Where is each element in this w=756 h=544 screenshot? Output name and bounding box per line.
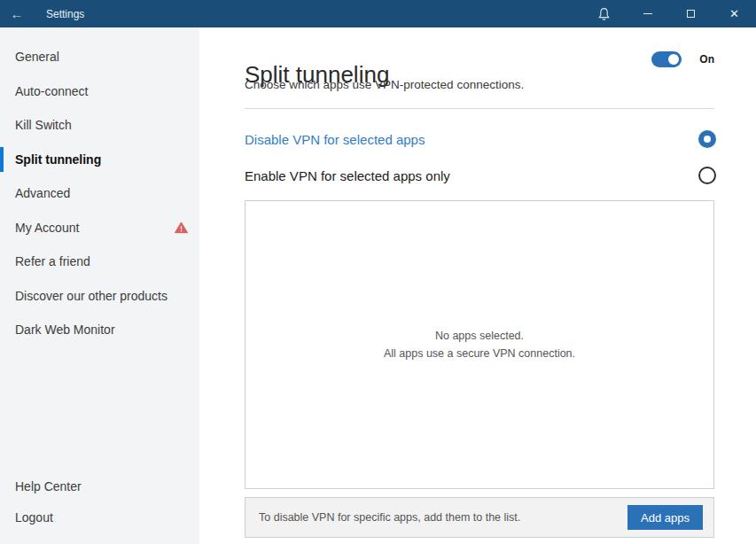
toggle-state-label: On [699,53,714,66]
back-button[interactable]: ← [0,0,34,27]
section-divider [245,108,714,109]
window-title: Settings [46,8,84,20]
close-icon: ✕ [729,8,739,19]
window-controls: ✕ [582,0,756,27]
settings-sidebar: General Auto-connect Kill Switch Split t… [0,27,199,544]
sidebar-item-my-account[interactable]: My Account [0,211,199,245]
minimize-button[interactable] [626,0,669,27]
sidebar-item-auto-connect[interactable]: Auto-connect [0,74,199,109]
option-enable-vpn[interactable]: Enable VPN for selected apps only [245,166,716,185]
maximize-button[interactable] [669,0,713,27]
sidebar-item-label: Refer a friend [15,254,90,268]
split-tunneling-toggle[interactable] [651,51,682,67]
add-apps-button[interactable]: Add apps [627,505,703,530]
sidebar-item-label: Logout [15,510,53,525]
footer-hint: To disable VPN for specific apps, add th… [259,511,520,524]
sidebar-item-advanced[interactable]: Advanced [0,176,199,211]
option-label: Enable VPN for selected apps only [245,168,450,183]
sidebar-item-refer-a-friend[interactable]: Refer a friend [0,245,199,279]
sidebar-item-dark-web-monitor[interactable]: Dark Web Monitor [0,313,199,347]
radio-selected[interactable] [698,130,716,148]
sidebar-item-label: General [15,50,59,64]
back-arrow-icon: ← [11,6,24,21]
sidebar-item-label: Auto-connect [15,84,89,98]
sidebar-item-label: Split tunneling [15,152,101,167]
option-label: Disable VPN for selected apps [245,132,425,147]
maximize-icon [687,10,695,18]
sidebar-item-label: Advanced [15,186,70,200]
apps-list-box: No apps selected. All apps use a secure … [245,200,714,489]
sidebar-item-general[interactable]: General [0,40,199,74]
split-tunneling-toggle-group: On [651,51,714,67]
bell-icon [597,7,611,21]
sidebar-item-split-tunneling[interactable]: Split tunneling [0,143,199,177]
sidebar-item-help-center[interactable]: Help Center [0,470,199,501]
warning-triangle-icon [175,221,188,233]
option-disable-vpn[interactable]: Disable VPN for selected apps [245,129,716,149]
sidebar-item-label: Help Center [15,479,82,493]
sidebar-footer: Help Center Logout [0,470,199,532]
sidebar-item-logout[interactable]: Logout [0,501,199,532]
sidebar-item-label: My Account [15,221,79,235]
sidebar-item-discover-products[interactable]: Discover our other products [0,279,199,314]
apps-footer-bar: To disable VPN for specific apps, add th… [245,497,714,538]
sidebar-item-label: Kill Switch [15,118,72,132]
empty-state-line2: All apps use a secure VPN connection. [384,345,575,362]
sidebar-item-label: Dark Web Monitor [15,323,115,337]
titlebar: ← Settings ✕ [0,0,756,27]
toggle-knob [668,54,679,65]
settings-window: ← Settings ✕ General [0,0,756,544]
radio-unselected[interactable] [698,167,716,184]
close-button[interactable]: ✕ [713,0,756,27]
sidebar-items: General Auto-connect Kill Switch Split t… [0,27,199,347]
empty-state-line1: No apps selected. [384,327,575,345]
minimize-icon [643,13,652,14]
sidebar-item-kill-switch[interactable]: Kill Switch [0,108,199,143]
notifications-button[interactable] [582,0,626,27]
split-tunneling-panel: Split tunneling On Choose which apps use… [199,27,756,544]
sidebar-item-label: Discover our other products [15,289,168,303]
apps-empty-state: No apps selected. All apps use a secure … [384,327,575,362]
page-subtitle: Choose which apps use VPN-protected conn… [245,78,524,91]
